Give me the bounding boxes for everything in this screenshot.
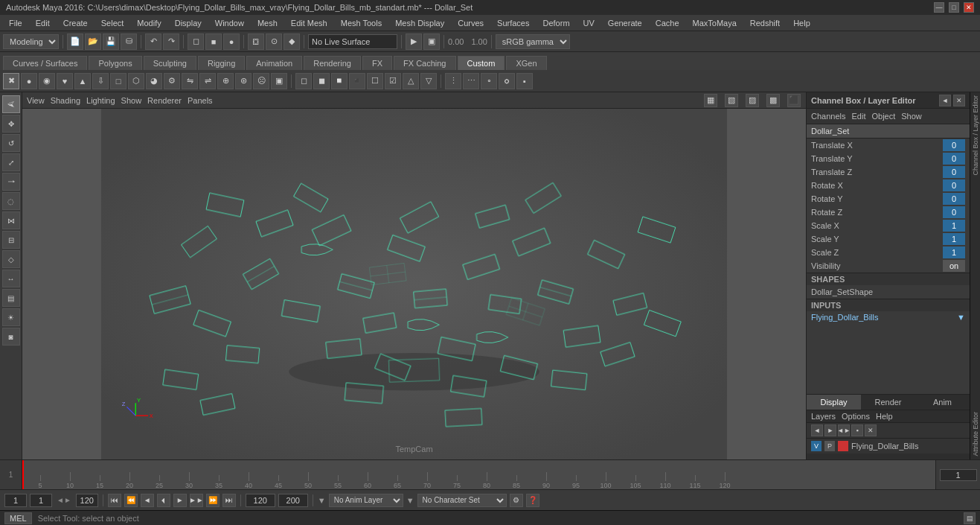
cb-settings-btn[interactable]: ✕ [953, 95, 965, 106]
attr-value[interactable]: 0 [943, 193, 965, 205]
scale-tool-btn[interactable]: ⤢ [2, 153, 20, 171]
attr-scale-z[interactable]: Scale Z 1 [807, 246, 970, 259]
vp-menu-view[interactable]: View [27, 96, 45, 105]
minimize-button[interactable]: — [934, 2, 944, 13]
layer-menu-layers[interactable]: Layers [811, 412, 836, 421]
close-button[interactable]: ✕ [964, 2, 974, 13]
tool-icon-1[interactable]: ✖ [3, 73, 19, 89]
snap-point-btn[interactable]: ◆ [284, 34, 300, 50]
attr-value[interactable]: 1 [943, 233, 965, 245]
timeline-inner[interactable]: 5 10 15 20 25 30 [22, 460, 935, 489]
tab-curves-surfaces[interactable]: Curves / Surfaces [3, 56, 87, 70]
char-set-select[interactable]: No Character Set [417, 494, 507, 507]
vp-menu-show[interactable]: Show [121, 96, 142, 105]
layer-scrollbar[interactable] [807, 454, 970, 459]
mel-btn[interactable]: MEL [4, 512, 32, 524]
timeline[interactable]: 1 5 10 15 20 25 [0, 459, 980, 489]
tool-icon-3[interactable]: ◉ [39, 73, 55, 89]
tool-icon-21[interactable]: ☐ [367, 73, 383, 89]
gamma-select[interactable]: sRGB gamma [496, 34, 570, 49]
tool-icon-18[interactable]: ◼ [313, 73, 330, 89]
attr-translate-x[interactable]: Translate X 0 [807, 139, 970, 152]
tab-fxcaching[interactable]: FX Caching [394, 56, 455, 70]
layer-icon-3[interactable]: ◄► [838, 424, 850, 436]
menu-meshtools[interactable]: Mesh Tools [335, 17, 388, 29]
goto-start-btn[interactable]: ⏮ [108, 494, 121, 507]
menu-display[interactable]: Display [169, 17, 208, 29]
measure-btn[interactable]: ◇ [2, 250, 20, 268]
window-controls[interactable]: — □ ✕ [934, 2, 974, 13]
tool-icon-25[interactable]: ⋮ [445, 73, 461, 89]
menu-window[interactable]: Window [209, 17, 250, 29]
tool-icon-29[interactable]: ▪ [516, 73, 533, 89]
snap-curve-btn[interactable]: ⊙ [266, 34, 282, 50]
cb-tab-display[interactable]: Display [807, 395, 861, 410]
open-btn[interactable]: 📂 [85, 34, 101, 50]
snap-btn[interactable]: ⊟ [2, 231, 20, 249]
layer-menu-options[interactable]: Options [842, 412, 870, 421]
attr-scale-y[interactable]: Scale Y 1 [807, 232, 970, 246]
cb-tab-render[interactable]: Render [861, 395, 915, 410]
tool-icon-26[interactable]: ⋯ [463, 73, 479, 89]
menu-redshift[interactable]: Redshift [744, 17, 786, 29]
tool-icon-11[interactable]: ⇋ [182, 73, 198, 89]
status-expand-btn[interactable]: ▤ [964, 512, 976, 524]
move-tool-btn[interactable]: ✥ [2, 115, 20, 133]
attr-value[interactable]: on [943, 260, 965, 272]
attr-value[interactable]: 0 [943, 179, 965, 191]
tab-rendering[interactable]: Rendering [304, 56, 361, 70]
anim-help-btn[interactable]: ❓ [526, 494, 539, 507]
anim-settings-btn[interactable]: ⚙ [510, 494, 523, 507]
layer-icon-2[interactable]: ► [824, 424, 836, 436]
play-back-btn[interactable]: ⏴ [157, 494, 170, 507]
attr-rotate-x[interactable]: Rotate X 0 [807, 179, 970, 192]
menu-uv[interactable]: UV [577, 17, 601, 29]
attr-value[interactable]: 1 [943, 246, 965, 258]
vp-menu-shading[interactable]: Shading [51, 96, 80, 105]
tab-xgen[interactable]: XGen [506, 56, 546, 70]
vp-menu-lighting[interactable]: Lighting [86, 96, 115, 105]
tool-icon-24[interactable]: ▽ [420, 73, 437, 89]
range-end-field[interactable] [278, 494, 308, 507]
tab-sculpting[interactable]: Sculpting [144, 56, 196, 70]
playhead[interactable] [22, 460, 24, 489]
cb-expand-btn[interactable]: ◄ [939, 95, 951, 106]
shapes-item[interactable]: Dollar_SetShape [807, 285, 970, 299]
menu-mesh[interactable]: Mesh [252, 17, 284, 29]
tool-icon-27[interactable]: ∘ [481, 73, 497, 89]
attr-value[interactable]: 0 [943, 206, 965, 218]
menu-create[interactable]: Create [57, 17, 94, 29]
cb-menu-show[interactable]: Show [901, 112, 922, 121]
tool-icon-4[interactable]: ♥ [57, 73, 73, 89]
menu-curves[interactable]: Curves [452, 17, 490, 29]
attr-rotate-y[interactable]: Rotate Y 0 [807, 192, 970, 206]
attr-translate-z[interactable]: Translate Z 0 [807, 165, 970, 179]
tool-icon-7[interactable]: □ [110, 73, 126, 89]
menu-editmesh[interactable]: Edit Mesh [285, 17, 333, 29]
range-start-field[interactable] [246, 494, 275, 507]
attr-value[interactable]: 1 [943, 220, 965, 232]
tool-icon-12[interactable]: ⇌ [199, 73, 216, 89]
tool-icon-20[interactable]: ◾ [349, 73, 365, 89]
save-scene-btn[interactable]: ⛁ [121, 34, 137, 50]
layer-name[interactable]: Flying_Dollar_Bills [851, 442, 918, 451]
inputs-item[interactable]: Flying_Dollar_Bills ▼ [807, 311, 970, 323]
vp-icon-3[interactable]: ▨ [746, 94, 759, 107]
vp-icon-1[interactable]: ▦ [704, 94, 717, 107]
annotate-btn[interactable]: ↔ [2, 270, 20, 287]
live-surface-field[interactable] [308, 34, 397, 49]
new-scene-btn[interactable]: 📄 [67, 34, 83, 50]
tool-icon-19[interactable]: ◽ [331, 73, 348, 89]
prev-key-btn[interactable]: ⏪ [124, 494, 138, 507]
paint-btn[interactable]: ● [223, 34, 240, 50]
tool-icon-15[interactable]: ☹ [253, 73, 269, 89]
tool-icon-2[interactable]: ● [21, 73, 37, 89]
light-btn[interactable]: ☀ [2, 308, 20, 326]
anim-current-field[interactable] [30, 494, 52, 507]
layer-menu-help[interactable]: Help [876, 412, 893, 421]
mode-select[interactable]: Modeling [3, 34, 59, 49]
cb-tab-anim[interactable]: Anim [915, 395, 970, 410]
undo-btn[interactable]: ↶ [145, 34, 161, 50]
tool-icon-23[interactable]: △ [403, 73, 419, 89]
menu-edit[interactable]: Edit [30, 17, 56, 29]
